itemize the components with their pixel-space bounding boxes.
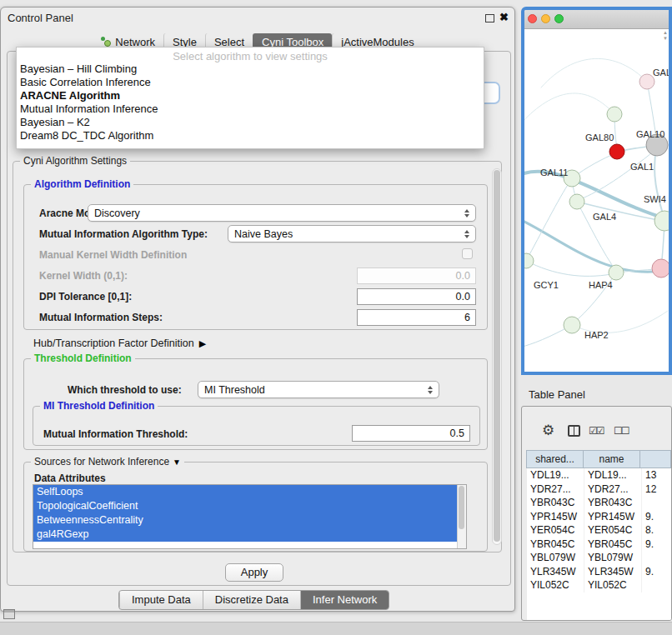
node-label: GAL10 <box>636 129 664 139</box>
algorithm-dropdown-popup: Select algorithm to view settings Bayesi… <box>16 47 484 149</box>
attribute-item-selected[interactable]: BetweennessCentrality <box>33 513 457 528</box>
table-row[interactable]: YPR145W YPR145W 9. <box>527 510 671 524</box>
algorithm-option[interactable]: Dream8 DC_TDC Algorithm <box>17 129 484 142</box>
table-row[interactable]: YIL052C YIL052C <box>527 578 671 592</box>
zoom-button[interactable] <box>554 14 564 23</box>
table-row[interactable]: YER054C YER054C 8. <box>527 523 671 538</box>
kernel-width-label: Kernel Width (0,1): <box>39 270 128 282</box>
cyni-bottom-tab[interactable]: Infer Network <box>300 591 389 609</box>
algorithm-option[interactable]: Mutual Information Inference <box>17 102 484 116</box>
network-edge[interactable] <box>577 202 663 221</box>
cyni-bottom-tab[interactable]: Discretize Data <box>203 591 300 609</box>
column-header[interactable]: name <box>583 450 640 468</box>
attribute-item-selected[interactable]: TopologicalCoefficient <box>33 499 457 513</box>
attribute-item-selected[interactable]: gal4RGexp <box>33 528 457 542</box>
network-canvas[interactable]: GALGAL80GAL10GAL11GAL1SWI4GAL4GCY1HAP4HA… <box>524 29 669 372</box>
column-header[interactable]: shared... <box>526 450 584 468</box>
window-title: Control Panel <box>8 12 73 24</box>
cell-value <box>642 578 671 592</box>
table-row[interactable]: YBL079W YBL079W <box>527 551 671 565</box>
node-label: HAP4 <box>589 280 613 290</box>
sources-for-network-inference-group: Sources for Network Inference▼ Data Attr… <box>23 462 488 552</box>
apply-button[interactable]: Apply <box>225 563 283 582</box>
kernel-width-field[interactable]: 0.0 <box>357 268 476 284</box>
network-edge[interactable] <box>526 261 611 276</box>
select-all-columns-icon[interactable]: ☑☑ <box>589 425 604 437</box>
gear-icon[interactable]: ⚙ <box>542 422 554 439</box>
dropdown-prompt: Select algorithm to view settings <box>17 50 484 62</box>
cell-name: YBL079W <box>584 551 642 565</box>
unselect-all-columns-icon[interactable]: ☐☐ <box>614 425 629 437</box>
network-node[interactable] <box>569 194 584 209</box>
network-view-window: GALGAL80GAL10GAL11GAL1SWI4GAL4GCY1HAP4HA… <box>521 7 672 375</box>
table-row[interactable]: YBR043C YBR043C <box>527 496 671 510</box>
network-node[interactable] <box>609 144 624 159</box>
table-row[interactable]: YBR045C YBR045C 9. <box>527 538 671 552</box>
desktop: Control Panel ✖ Network Style Select <box>0 0 672 635</box>
algorithm-option[interactable]: Bayesian – K2 <box>17 116 484 129</box>
minimized-panel-icon[interactable] <box>3 609 15 619</box>
mi-algorithm-type-dropdown[interactable]: Naive Bayes <box>228 225 476 242</box>
attribute-items: SelfLoops TopologicalCoefficient Between… <box>33 485 466 542</box>
settings-scrollbar[interactable] <box>492 168 502 545</box>
manual-kernel-width-checkbox[interactable] <box>462 248 473 259</box>
expanded-arrow-icon[interactable]: ▼ <box>173 458 181 467</box>
scrollbar-thumb[interactable] <box>459 486 464 529</box>
algorithm-definition-title: Algorithm Definition <box>31 178 133 191</box>
algorithm-option[interactable]: Basic Correlation Inference <box>17 76 484 89</box>
network-edge[interactable] <box>526 181 570 261</box>
float-window-icon[interactable] <box>485 14 494 22</box>
close-button[interactable] <box>528 14 537 23</box>
network-edge[interactable] <box>524 219 668 272</box>
network-node[interactable] <box>524 253 534 268</box>
network-node[interactable] <box>652 259 669 278</box>
cell-shared-name: YER054C <box>527 523 584 538</box>
dpi-tolerance-label: DPI Tolerance [0,1]: <box>39 291 132 302</box>
scrollbar-thumb[interactable] <box>494 170 500 542</box>
algorithm-option[interactable]: Bayesian – Hill Climbing <box>17 62 484 76</box>
network-node[interactable] <box>609 265 624 280</box>
view-scroll-arrows[interactable]: ▲▼ <box>663 30 668 41</box>
which-threshold-value: MI Threshold <box>204 384 423 396</box>
dropdown-arrows-icon <box>464 230 469 238</box>
table-row[interactable]: YDR27... YDR27... 12 <box>527 482 671 497</box>
close-window-icon[interactable]: ✖ <box>499 11 509 23</box>
network-edge[interactable] <box>541 58 647 88</box>
table-toolbar: ⚙ ☑☑ ☐☐ <box>522 407 671 450</box>
cell-shared-name: YIL052C <box>527 578 584 592</box>
cell-name: YPR145W <box>584 510 642 524</box>
collapsed-arrow-icon[interactable]: ▶ <box>199 338 206 348</box>
cell-name: YIL052C <box>584 578 642 592</box>
cell-name: YBR045C <box>584 538 642 552</box>
columns-layout-icon[interactable] <box>568 425 580 437</box>
network-node[interactable] <box>654 211 669 231</box>
hub-transcription-factor-section[interactable]: Hub/Transcription Factor Definition▶ <box>33 338 206 349</box>
which-threshold-dropdown[interactable]: MI Threshold <box>198 381 439 398</box>
attribute-list-scrollbar[interactable] <box>457 485 466 548</box>
cell-shared-name: YDL19... <box>527 468 584 482</box>
sources-group-title[interactable]: Sources for Network Inference▼ <box>31 456 184 468</box>
attribute-item-selected[interactable]: SelfLoops <box>33 485 457 499</box>
scroll-up-icon[interactable]: ▲ <box>663 30 668 35</box>
threshold-definition-title: Threshold Definition <box>31 352 135 365</box>
network-graph[interactable]: GALGAL80GAL10GAL11GAL1SWI4GAL4GCY1HAP4HA… <box>524 29 669 372</box>
scroll-down-icon[interactable]: ▼ <box>663 36 668 41</box>
mi-steps-field[interactable]: 6 <box>357 309 476 326</box>
cyni-bottom-tab[interactable]: Impute Data <box>119 591 203 609</box>
dpi-tolerance-field[interactable]: 0.0 <box>357 288 476 305</box>
algorithm-option[interactable]: ARACNE Algorithm <box>17 89 484 102</box>
node-label: HAP2 <box>584 330 609 340</box>
cell-value <box>642 496 671 510</box>
network-node[interactable] <box>607 107 622 122</box>
column-header[interactable] <box>639 450 671 468</box>
minimize-button[interactable] <box>541 14 550 23</box>
mi-threshold-field[interactable]: 0.5 <box>352 425 470 442</box>
network-node[interactable] <box>564 317 580 333</box>
table-row[interactable]: YDL19... YDL19... 13 <box>527 468 671 482</box>
table-row[interactable]: YLR345W YLR345W 9. <box>527 565 671 579</box>
cell-shared-name: YBR043C <box>527 496 584 510</box>
aracne-mode-dropdown[interactable]: Discovery <box>88 204 476 222</box>
node-label: SWI4 <box>644 194 666 204</box>
data-attributes-list: SelfLoops TopologicalCoefficient Between… <box>33 484 467 549</box>
network-edge[interactable] <box>524 93 614 125</box>
